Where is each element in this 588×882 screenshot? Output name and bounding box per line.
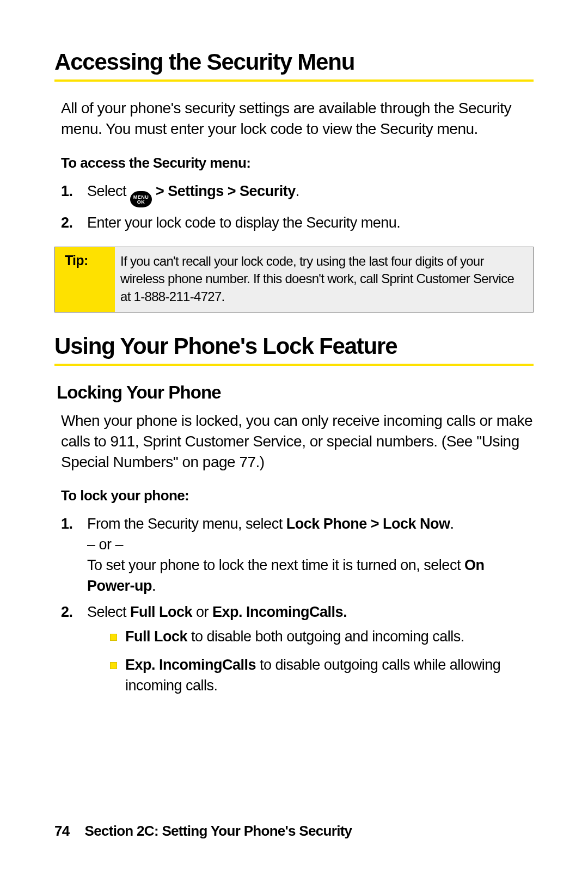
lock1-dot: . [450,516,454,532]
menu-ok-icon: MENUOK [130,191,152,207]
step1-dot: . [296,183,299,199]
bullet-exp-incoming: Exp. IncomingCalls to disable outgoing c… [110,655,534,696]
step2-text: Enter your lock code to display the Secu… [87,215,400,231]
heading-accessing-security: Accessing the Security Menu [54,49,534,82]
tip-box: Tip: If you can't recall your lock code,… [54,247,534,313]
subhead-locking-phone: Locking Your Phone [57,382,534,403]
bullet-full-lock: Full Lock to disable both outgoing and i… [110,627,534,647]
lock2-or: or [192,604,212,620]
lock2-full: Full Lock [130,604,192,620]
lock1-pre: From the Security menu, select [87,516,286,532]
intro-locking: When your phone is locked, you can only … [61,411,534,472]
lock1-or: – or – [87,536,123,553]
tip-body: If you can't recall your lock code, try … [115,247,533,312]
step1-text-pre: Select [87,183,130,199]
step1-path: > Settings > Security [152,183,296,199]
section-title: Section 2C: Setting Your Phone's Securit… [85,823,352,839]
lead-access-security: To access the Security menu: [61,155,534,171]
step-2-enter-lock-code: 2. Enter your lock code to display the S… [61,213,534,234]
bul1-term: Full Lock [125,628,187,645]
lock1-path: Lock Phone > Lock Now [286,516,450,532]
intro-security-menu: All of your phone's security settings ar… [61,98,534,139]
page-number: 74 [54,823,70,839]
lead-lock-phone: To lock your phone: [61,487,534,504]
lock-step-2: 2. Select Full Lock or Exp. IncomingCall… [61,602,534,696]
lock2-pre: Select [87,604,130,620]
lock-step-1: 1. From the Security menu, select Lock P… [61,514,534,596]
tip-label: Tip: [55,247,115,312]
page-footer: 74Section 2C: Setting Your Phone's Secur… [54,823,352,840]
bul1-desc: to disable both outgoing and incoming ca… [187,628,464,645]
bul2-term: Exp. IncomingCalls [125,657,256,673]
lock2-exp: Exp. IncomingCalls. [212,604,347,620]
heading-lock-feature: Using Your Phone's Lock Feature [54,333,534,366]
step-1-select-settings: 1. Select MENUOK > Settings > Security. [61,181,534,208]
lock1-dot2: . [152,578,156,594]
lock1-alt: To set your phone to lock the next time … [87,557,464,573]
